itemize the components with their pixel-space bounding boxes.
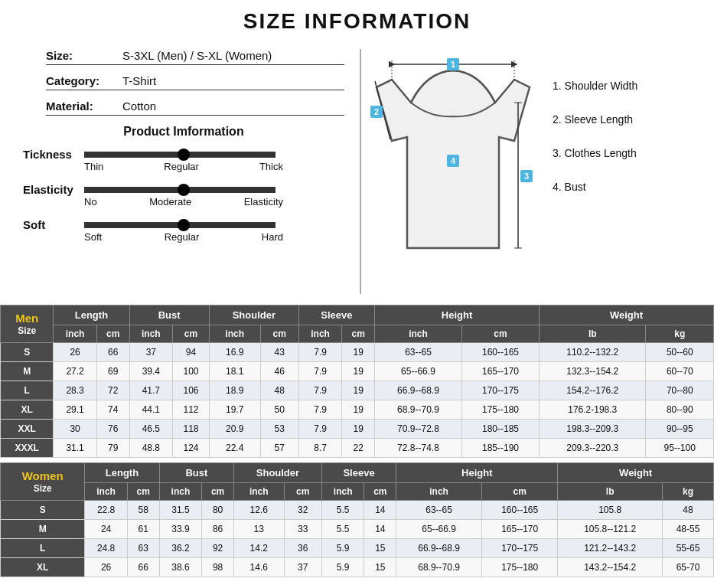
table-cell: 165--170 <box>482 520 558 539</box>
table-cell: 13 <box>234 520 284 539</box>
table-cell: 37 <box>284 558 321 577</box>
table-cell: 105.8--121.2 <box>558 520 663 539</box>
men-sub-inch-3: inch <box>209 325 260 343</box>
table-cell: 36 <box>284 539 321 558</box>
diagram-legend: 1. Shoulder Width 2. Sleeve Length 3. Cl… <box>553 49 637 214</box>
table-cell: 37 <box>129 343 173 362</box>
table-cell: 19.7 <box>209 400 260 420</box>
men-sub-inch-2: inch <box>129 325 173 343</box>
table-cell: 95--100 <box>646 439 714 458</box>
table-cell: 63--65 <box>375 343 462 362</box>
women-col-weight: Weight <box>558 463 714 483</box>
table-cell: 209.3--220.3 <box>540 439 646 458</box>
table-cell: 26 <box>85 558 128 577</box>
soft-label-regular: Regular <box>165 231 200 243</box>
table-cell: 80 <box>202 501 234 520</box>
elasticity-label-elasticity: Elasticity <box>244 196 283 207</box>
table-cell: 66.9--68.9 <box>375 381 462 400</box>
women-sub-cm-2: cm <box>202 483 234 501</box>
svg-text:4: 4 <box>451 156 456 165</box>
men-sub-cm-2: cm <box>173 325 210 343</box>
table-cell: 22 <box>342 439 375 458</box>
product-info-panel: Size: S-3XL (Men) / S-XL (Women) Categor… <box>8 41 360 294</box>
women-table-sub-header: inch cm inch cm inch cm inch cm inch cm … <box>1 483 714 501</box>
soft-label: Soft <box>23 218 84 231</box>
thickness-label-thick: Thick <box>259 161 283 172</box>
men-label: Men Size <box>1 305 54 343</box>
size-value: S-3XL (Men) / S-XL (Women) <box>122 49 272 62</box>
table-cell: M <box>1 520 85 539</box>
table-cell: 5.5 <box>321 520 364 539</box>
women-size-table-section: Women Size Length Bust Shoulder Sleeve H… <box>0 462 714 577</box>
women-table-header-top: Women Size Length Bust Shoulder Sleeve H… <box>1 463 714 483</box>
table-cell: 5.9 <box>321 558 364 577</box>
table-cell: 12.6 <box>234 501 284 520</box>
women-col-shoulder: Shoulder <box>234 463 322 483</box>
table-cell: 55-65 <box>663 539 714 558</box>
table-cell: 165--170 <box>461 362 539 381</box>
table-cell: 176.2-198.3 <box>540 400 646 420</box>
men-col-length: Length <box>54 305 129 325</box>
svg-text:1: 1 <box>451 60 455 69</box>
table-cell: 24.8 <box>85 539 128 558</box>
table-cell: 24 <box>85 520 128 539</box>
table-cell: 170--175 <box>461 381 539 400</box>
table-cell: 48 <box>663 501 714 520</box>
table-cell: 110.2--132.2 <box>540 343 646 362</box>
women-size-table: Women Size Length Bust Shoulder Sleeve H… <box>0 462 714 577</box>
svg-text:3: 3 <box>524 172 529 181</box>
table-cell: 60--70 <box>646 362 714 381</box>
table-cell: 44.1 <box>129 400 173 420</box>
men-size-table-section: Men Size Length Bust Shoulder Sleeve Hei… <box>0 305 714 458</box>
women-sub-cm-1: cm <box>127 483 159 501</box>
table-cell: XL <box>1 558 85 577</box>
table-cell: 19 <box>342 381 375 400</box>
table-cell: 132.3--154.2 <box>540 362 646 381</box>
men-col-weight: Weight <box>540 305 714 325</box>
table-cell: XL <box>1 400 54 420</box>
table-cell: 160--165 <box>482 501 558 520</box>
material-value: Cotton <box>122 100 156 113</box>
table-cell: 50--60 <box>646 343 714 362</box>
table-cell: S <box>1 343 54 362</box>
men-table-body: S2666379416.9437.91963--65160--165110.2-… <box>1 343 714 458</box>
table-cell: 7.9 <box>298 343 342 362</box>
table-cell: 48-55 <box>663 520 714 539</box>
table-cell: 19 <box>342 362 375 381</box>
women-sub-inch-4: inch <box>321 483 364 501</box>
table-cell: 41.7 <box>129 381 173 400</box>
size-info-line: Size: S-3XL (Men) / S-XL (Women) <box>46 49 344 65</box>
table-cell: 65--66.9 <box>396 520 482 539</box>
women-sub-cm-4: cm <box>364 483 396 501</box>
table-cell: 63--65 <box>396 501 482 520</box>
table-cell: 185--190 <box>461 439 539 458</box>
men-col-height: Height <box>375 305 540 325</box>
table-row: L28.37241.710618.9487.91966.9--68.9170--… <box>1 381 714 400</box>
table-cell: 70--80 <box>646 381 714 400</box>
table-cell: 46.5 <box>129 420 173 439</box>
elasticity-label-moderate: Moderate <box>149 196 191 207</box>
table-cell: 38.6 <box>159 558 202 577</box>
table-cell: XXL <box>1 420 54 439</box>
table-cell: 36.2 <box>159 539 202 558</box>
table-cell: 106 <box>173 381 210 400</box>
table-cell: 79 <box>96 439 129 458</box>
women-sub-inch-2: inch <box>159 483 202 501</box>
table-cell: 14.2 <box>234 539 284 558</box>
table-cell: 105.8 <box>558 501 663 520</box>
men-sub-cm-3: cm <box>260 325 298 343</box>
table-cell: 74 <box>96 400 129 420</box>
table-cell: 48 <box>260 381 298 400</box>
table-cell: 61 <box>127 520 159 539</box>
table-cell: 143.2--154.2 <box>558 558 663 577</box>
table-cell: 31.1 <box>54 439 97 458</box>
table-cell: 70.9--72.8 <box>375 420 462 439</box>
table-cell: 28.3 <box>54 381 97 400</box>
table-cell: 170--175 <box>482 539 558 558</box>
women-sub-cm-5: cm <box>482 483 558 501</box>
table-cell: 65--66.9 <box>375 362 462 381</box>
table-cell: 86 <box>202 520 234 539</box>
women-sub-inch-1: inch <box>85 483 128 501</box>
table-cell: 7.9 <box>298 420 342 439</box>
men-sub-inch-5: inch <box>375 325 462 343</box>
